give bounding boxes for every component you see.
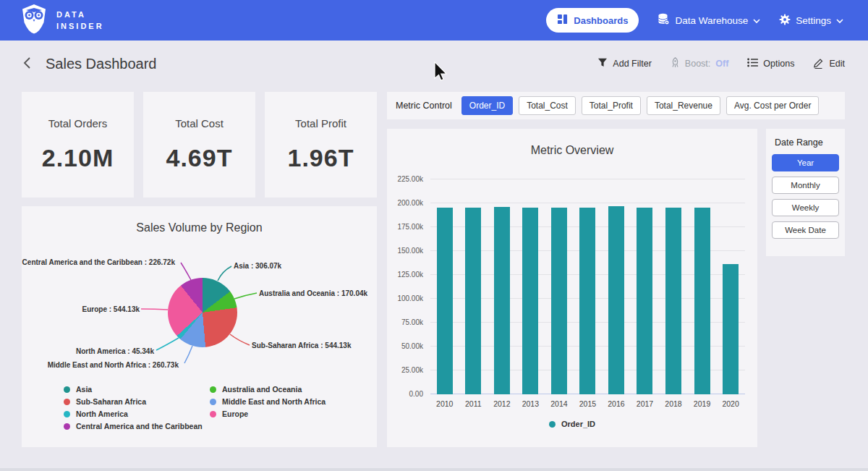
pie-legend-column: AsiaSub-Saharan AfricaNorth AmericaCentr… <box>64 385 210 434</box>
metric-option-total-revenue[interactable]: Total_Revenue <box>647 96 720 115</box>
legend-dot <box>210 386 216 393</box>
bar-2010[interactable] <box>437 208 453 394</box>
x-tick-label: 2015 <box>574 399 602 408</box>
legend-label: North America <box>76 410 128 418</box>
legend-dot <box>549 421 556 428</box>
pencil-icon <box>813 57 824 71</box>
x-tick-label: 2014 <box>545 399 573 408</box>
legend-item-north-america[interactable]: North America <box>64 410 210 418</box>
bar-2019[interactable] <box>694 208 710 394</box>
y-tick-label: 175.00k <box>390 223 423 231</box>
bar-2016[interactable] <box>608 206 624 394</box>
edit-button[interactable]: Edit <box>813 57 845 71</box>
kpi-card-total-profit: Total Profit 1.96T <box>265 92 377 198</box>
chevron-down-icon <box>836 15 843 26</box>
legend-item-middle-east-and-north-africa[interactable]: Middle East and North Africa <box>210 397 326 406</box>
x-tick-label: 2010 <box>430 399 459 408</box>
navbar-menu: Dashboards Data Warehouse <box>546 8 843 33</box>
x-tick-label: 2018 <box>660 399 688 408</box>
dashboards-button[interactable]: Dashboards <box>546 8 639 33</box>
legend-item-europe[interactable]: Europe <box>210 410 326 418</box>
legend-dot <box>210 411 216 417</box>
bar-chart-legend: Order_ID <box>387 420 757 428</box>
pie-area: Asia : 306.07k Australia and Oceania : 1… <box>22 239 377 395</box>
pie-label-sub-saharan-africa: Sub-Saharan Africa : 544.13k <box>252 341 351 349</box>
legend-item-central-america-and-the-caribbean[interactable]: Central America and the Caribbean <box>64 422 210 430</box>
date-range-option-weekly[interactable]: Weekly <box>772 199 839 216</box>
x-tick-label: 2016 <box>602 399 630 408</box>
metric-control-bar: Metric Control Order_IDTotal_CostTotal_P… <box>387 92 845 119</box>
page-header: Sales Dashboard Add Filter Boost: Off <box>0 41 868 87</box>
y-tick-label: 0.00 <box>390 390 423 398</box>
bar-2014[interactable] <box>551 208 567 394</box>
x-axis: 2010201120122013201420152016201720182019… <box>430 399 745 408</box>
bar-plot-area <box>430 179 745 394</box>
legend-dot <box>64 423 70 430</box>
y-tick-label: 150.00k <box>390 247 423 255</box>
metric-option-total-profit[interactable]: Total_Profit <box>582 96 641 115</box>
metric-option-total-cost[interactable]: Total_Cost <box>519 96 576 115</box>
legend-item-australia-and-oceania[interactable]: Australia and Oceania <box>210 385 326 394</box>
kpi-label: Total Cost <box>175 117 224 130</box>
legend-label: Sub-Saharan Africa <box>76 397 146 406</box>
pie-legend: AsiaSub-Saharan AfricaNorth AmericaCentr… <box>64 385 326 434</box>
metric-control-label: Metric Control <box>396 101 452 111</box>
legend-item-asia[interactable]: Asia <box>64 385 210 394</box>
legend-label: Order_ID <box>561 420 595 428</box>
gear-icon <box>779 14 791 27</box>
bar-2012[interactable] <box>494 207 510 394</box>
rocket-icon <box>671 57 680 70</box>
bar-2020[interactable] <box>723 264 739 394</box>
y-tick-label: 100.00k <box>390 294 423 302</box>
data-warehouse-menu[interactable]: Data Warehouse <box>658 13 760 27</box>
metric-overview-chart: Metric Overview 0.0025.00k50.00k75.00k10… <box>387 129 757 447</box>
chart-title: Sales Volume by Region <box>22 221 377 234</box>
add-filter-button[interactable]: Add Filter <box>597 58 652 69</box>
legend-label: Central America and the Caribbean <box>76 422 203 430</box>
window-bottom-edge <box>0 468 868 471</box>
bar-2018[interactable] <box>665 208 681 394</box>
boost-state: Off <box>715 59 728 69</box>
kpi-value: 1.96T <box>288 144 354 172</box>
metric-option-order-id[interactable]: Order_ID <box>461 96 513 115</box>
y-tick-label: 200.00k <box>390 199 423 207</box>
app-window: DATA INSIDER Dashboards <box>0 0 868 471</box>
x-tick-label: 2012 <box>488 399 516 408</box>
kpi-label: Total Profit <box>295 117 346 130</box>
date-range-label: Date Range <box>775 137 839 148</box>
brand-logo[interactable]: DATA INSIDER <box>20 4 104 37</box>
options-button[interactable]: Options <box>747 58 794 69</box>
pie-legend-column: Australia and OceaniaMiddle East and Nor… <box>210 385 326 434</box>
legend-label: Middle East and North Africa <box>222 397 326 406</box>
legend-item-sub-saharan-africa[interactable]: Sub-Saharan Africa <box>64 397 210 406</box>
kpi-value: 2.10M <box>42 144 114 172</box>
header-tools: Add Filter Boost: Off <box>597 57 845 71</box>
top-navbar: DATA INSIDER Dashboards <box>0 0 868 41</box>
boost-label: Boost: <box>685 59 710 69</box>
sales-volume-chart: Sales Volume by Region Asia : 306.07k Au… <box>22 206 377 447</box>
chevron-down-icon <box>753 15 760 26</box>
pie-label-europe: Europe : 544.13k <box>22 305 140 313</box>
back-button[interactable] <box>23 56 31 72</box>
page-title: Sales Dashboard <box>46 56 597 72</box>
boost-toggle[interactable]: Boost: Off <box>671 57 729 70</box>
legend-label: Australia and Oceania <box>222 385 302 394</box>
legend-dot <box>64 411 70 417</box>
bar-2015[interactable] <box>579 208 595 394</box>
pie-chart[interactable] <box>168 278 237 347</box>
bar-2017[interactable] <box>637 208 652 394</box>
pie-label-asia: Asia : 306.07k <box>234 262 281 270</box>
database-icon <box>658 13 670 27</box>
date-range-panel: Date Range YearMonthlyWeeklyWeek Date <box>766 129 845 256</box>
dashboard-grid-icon <box>557 14 568 27</box>
bar-2011[interactable] <box>465 208 481 394</box>
date-range-option-monthly[interactable]: Monthly <box>772 177 839 194</box>
bars-group <box>430 179 745 394</box>
settings-menu[interactable]: Settings <box>779 14 843 27</box>
bar-2013[interactable] <box>522 208 538 394</box>
date-range-option-year[interactable]: Year <box>772 154 839 171</box>
date-range-option-week-date[interactable]: Week Date <box>772 221 839 239</box>
metric-option-avg-cost-per-order[interactable]: Avg. Cost per Order <box>726 96 820 115</box>
y-tick-label: 75.00k <box>390 318 423 326</box>
legend-dot <box>210 399 216 405</box>
